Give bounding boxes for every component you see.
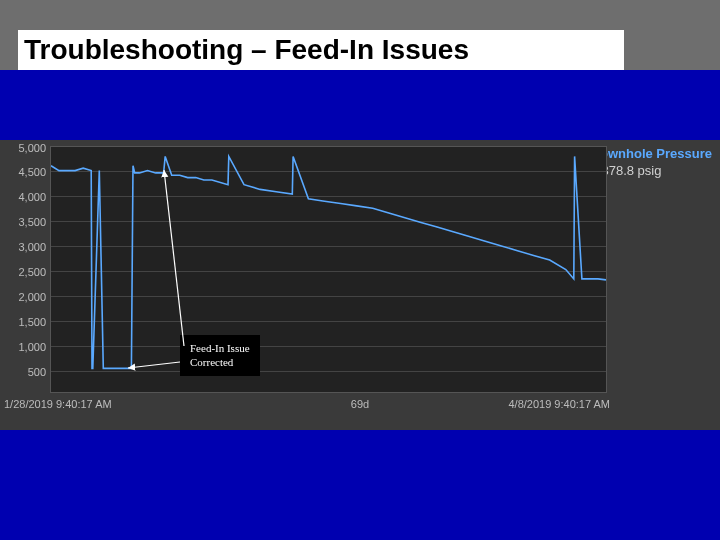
chart-panel: Downhole Pressure 2,378.8 psig 5,000 4,5… (0, 140, 720, 430)
y-tick: 3,000 (0, 241, 46, 253)
legend-current-value: 2,378.8 psig (591, 163, 712, 178)
y-tick: 1,500 (0, 316, 46, 328)
annotation-line1: Feed-In Issue (190, 341, 250, 355)
y-tick: 500 (0, 366, 46, 378)
y-tick: 3,500 (0, 216, 46, 228)
y-tick: 1,000 (0, 341, 46, 353)
y-tick: 4,000 (0, 191, 46, 203)
y-tick: 4,500 (0, 166, 46, 178)
y-tick: 2,000 (0, 291, 46, 303)
x-tick-end: 4/8/2019 9:40:17 AM (508, 398, 610, 410)
x-span: 69d (0, 398, 720, 410)
annotation-feed-in-corrected: Feed-In Issue Corrected (180, 335, 260, 376)
header-bar: Troubleshooting – Feed-In Issues (0, 0, 720, 70)
page-title: Troubleshooting – Feed-In Issues (18, 30, 624, 70)
y-tick: 2,500 (0, 266, 46, 278)
legend: Downhole Pressure 2,378.8 psig (591, 146, 712, 178)
y-axis: 5,000 4,500 4,000 3,500 3,000 2,500 2,00… (0, 146, 48, 391)
plot-area[interactable] (50, 146, 607, 393)
legend-series-name: Downhole Pressure (591, 146, 712, 161)
line-series (51, 147, 606, 392)
y-tick: 5,000 (0, 142, 46, 154)
annotation-line2: Corrected (190, 355, 250, 369)
